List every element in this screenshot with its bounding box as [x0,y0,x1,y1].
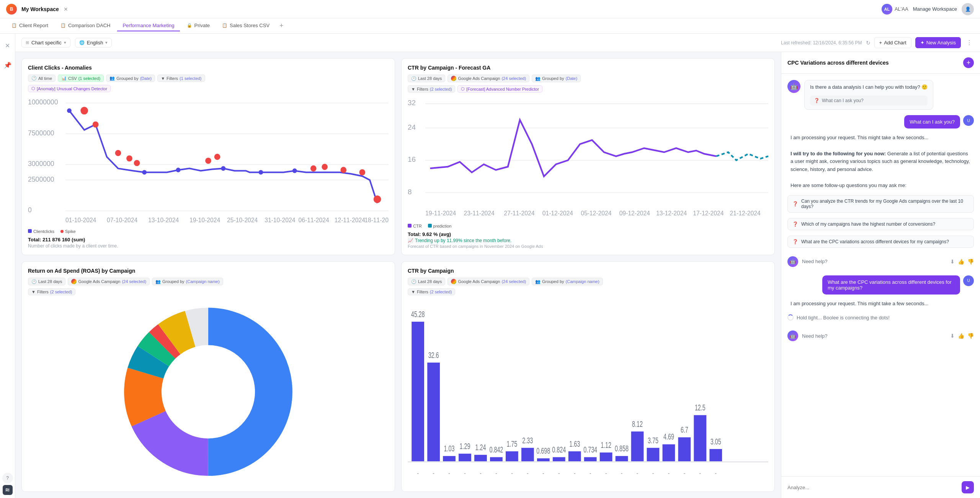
user-avatar[interactable]: 👤 [962,3,974,15]
thumbup-icon-2[interactable]: 👍 [958,333,964,339]
download-icon-2[interactable]: ⬇ [950,333,955,339]
followup-1[interactable]: ❓ Can you analyze the CTR trends for my … [787,195,974,213]
chart-specific-chevron: ▾ [64,40,66,45]
ctr-forecast-stat: Total: 9.62 % (avg) 📈 Trending up by 11.… [408,231,768,249]
followup-text-3: What are the CPC variations across diffe… [801,239,949,244]
svg-rect-74 [490,457,503,462]
tab-comparison-dach[interactable]: 📋 Comparison DACH [55,20,116,31]
tab-performance-marketing[interactable]: Performance Marketing [117,20,180,31]
svg-text:32: 32 [408,99,416,107]
language-select[interactable]: 🌐 English ▾ [75,38,112,47]
filter-filters-chip[interactable]: ▼ Filters (1 selected) [157,75,205,82]
tab-private[interactable]: 🔒 Private [181,20,215,31]
tab-icon-client-report: 📋 [11,23,17,28]
svg-text:10000000: 10000000 [28,98,58,106]
manage-workspace-link[interactable]: Manage Workspace [913,6,957,12]
chart-ctr-forecast-title: CTR by Campaign - Forecast GA [408,65,768,71]
filter-grouped-chip[interactable]: 👥 Grouped by (Date) [106,75,155,82]
bot-msg-need-help-2: 🤖 Need help? [787,330,828,341]
followup-2[interactable]: ❓ Which of my campaigns have the highest… [787,218,974,230]
filter-time-chip[interactable]: 🕐 All time [28,75,56,82]
thumbdown-icon-2[interactable]: 👎 [967,333,974,339]
spinner-icon [787,314,794,321]
roas-filter-time[interactable]: 🕐 Last 28 days [28,278,65,285]
svg-rect-68 [443,456,456,462]
ctr-filter-time[interactable]: 🕐 Last 28 days [408,75,445,82]
help-icon-button[interactable]: ? [2,473,13,483]
language-chevron: ▾ [105,40,108,45]
svg-text:7500000: 7500000 [28,129,54,137]
filter-csv-chip[interactable]: 📊 CSV (1 selected) [58,75,104,82]
anomaly-chip[interactable]: ⬡ [Anomaly] Unusual Changes Detector [28,85,111,92]
svg-text:17-12-2024: 17-12-2024 [693,210,724,216]
loading-text: Hold tight... Boolee is connecting the d… [797,315,890,321]
thumbdown-icon-1[interactable]: 👎 [967,259,974,265]
followup-3[interactable]: ❓ What are the CPC variations across dif… [787,236,974,248]
svg-point-14 [134,160,140,166]
add-tab-button[interactable]: + [276,20,287,32]
panel-add-button[interactable]: + [963,57,974,68]
refresh-icon[interactable]: ↻ [866,40,871,46]
svg-rect-70 [459,454,471,462]
chat-input-field[interactable] [787,485,959,490]
svg-text:45.28: 45.28 [411,310,425,319]
ctrcmp-filter-source[interactable]: Google Ads Campaign (24 selected) [448,278,529,285]
followup-icon-3: ❓ [792,239,798,244]
svg-text:-: - [637,469,638,478]
svg-text:3000000: 3000000 [28,160,54,168]
download-icon-1[interactable]: ⬇ [950,259,955,265]
new-analysis-button[interactable]: ✦ New Analysis [915,37,961,48]
ctr-filter-source[interactable]: Google Ads Campaign (24 selected) [448,75,529,82]
svg-text:27-11-2024: 27-11-2024 [504,210,535,216]
svg-text:-: - [464,469,466,478]
ctrcmp-filter-time[interactable]: 🕐 Last 28 days [408,278,445,285]
followup-icon-2: ❓ [792,221,798,227]
roas-filter-grouped[interactable]: 👥 Grouped by (Campaign name) [152,278,223,285]
ctrcmp-filter-grouped[interactable]: 👥 Grouped by (Campaign name) [532,278,603,285]
sidebar-icon-cross[interactable]: ✕ [3,40,12,52]
chart-specific-select[interactable]: ⊞ Chart specific ▾ [21,38,70,47]
ctr-filter-filters[interactable]: ▼ Filters (2 selected) [408,85,455,93]
add-chart-button[interactable]: + Add Chart [874,37,911,48]
svg-rect-92 [631,432,644,462]
roas-filter-source[interactable]: Google Ads Campaign (24 selected) [68,278,150,285]
forecast-chip[interactable]: ⬡ [Forecast] Advanced Number Predictor [457,85,542,93]
svg-text:-: - [684,469,685,478]
tab-client-report[interactable]: 📋 Client Report [6,20,54,31]
svg-text:4.69: 4.69 [663,433,674,441]
svg-text:0.698: 0.698 [536,447,550,456]
svg-text:1.75: 1.75 [506,439,517,448]
svg-text:19-11-2024: 19-11-2024 [425,210,456,216]
filter-icon-2: ▼ [411,87,415,91]
tab-sales-stores-csv[interactable]: 📋 Sales Stores CSV [217,20,275,31]
filter-icon: ▼ [161,76,165,81]
ctr-filter-grouped[interactable]: 👥 Grouped by (Date) [532,75,581,82]
need-help-actions-2: ⬇ 👍 👎 [950,333,974,339]
svg-text:16: 16 [408,155,416,163]
svg-point-63 [166,350,250,434]
chart-ctr-campaign: CTR by Campaign 🕐 Last 28 days Google Ad… [401,261,775,492]
svg-text:0.842: 0.842 [489,446,503,454]
svg-text:12.5: 12.5 [695,404,706,412]
sidebar-icon-pin[interactable]: 📌 [2,59,14,71]
svg-rect-100 [694,415,706,462]
chart-roas-filters: 🕐 Last 28 days Google Ads Campaign (24 s… [28,278,389,285]
user-bubble-1: What can I ask you? [904,115,960,129]
thumbup-icon-1[interactable]: 👍 [958,259,964,265]
language-label: English [87,40,103,46]
svg-text:3.75: 3.75 [648,436,658,445]
more-options-icon[interactable]: ⋮ [965,37,974,48]
add-chart-icon: + [879,40,882,46]
svg-rect-72 [474,455,487,462]
pin-icon[interactable]: ✕ [64,6,68,12]
google-ads-icon [451,76,456,81]
charts-area: Client Clicks - Anomalies 🕐 All time 📊 C… [15,52,781,498]
ctrcmp-filter-filters[interactable]: ▼ Filters (2 selected) [408,288,455,295]
roas-filter-filters[interactable]: ▼ Filters (2 selected) [28,288,75,295]
chart-client-clicks-filters: 🕐 All time 📊 CSV (1 selected) 👥 Grouped … [28,75,389,82]
client-clicks-chart-area: 10000000 7500000 3000000 2500000 0 [28,95,389,226]
ri-icon-button[interactable]: RI [3,485,13,495]
svg-text:-: - [495,469,497,478]
tabs-bar: 📋 Client Report 📋 Comparison DACH Perfor… [0,18,980,34]
chat-send-button[interactable]: ▶ [962,481,974,493]
